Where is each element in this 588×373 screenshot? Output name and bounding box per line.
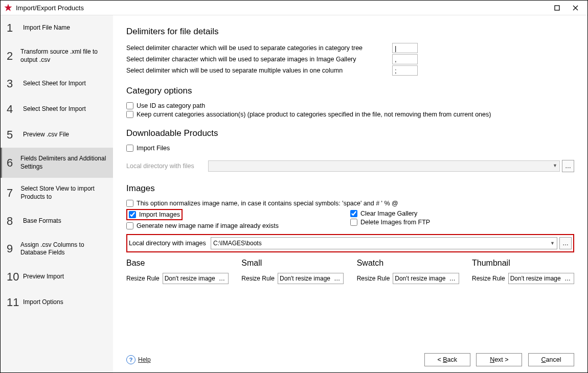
clear-gallery-checkbox[interactable]: [350, 210, 357, 217]
window-title: Import/Export Products: [16, 4, 548, 12]
use-id-checkbox[interactable]: [126, 102, 133, 109]
step-3[interactable]: 3Select Sheet for Import: [1, 71, 113, 97]
local-images-path-input[interactable]: C:\IMAGES\boots▼: [211, 237, 557, 249]
cancel-button[interactable]: Cancel: [528, 353, 574, 366]
maximize-button[interactable]: [548, 1, 566, 15]
thumbnail-title: Thumbnail: [472, 259, 574, 268]
main-panel: Delimiters for file details Select delim…: [113, 15, 587, 372]
row-delim-category: Select delimiter character which will be…: [126, 43, 574, 53]
swatch-title: Swatch: [357, 259, 459, 268]
use-id-label: Use ID as category path: [137, 102, 205, 109]
delim-images-input[interactable]: [392, 54, 418, 64]
svg-rect-0: [555, 6, 559, 10]
local-files-path-input: ▼: [208, 160, 560, 172]
gen-name-checkbox[interactable]: [126, 222, 133, 229]
close-button[interactable]: [566, 1, 584, 15]
clear-gallery-label: Clear Image Gallery: [360, 210, 417, 217]
step-4[interactable]: 4Select Sheet for Import: [1, 97, 113, 122]
normalize-checkbox[interactable]: [126, 200, 133, 207]
step-1[interactable]: 1Import File Name: [1, 15, 113, 41]
delim-multi-label: Select delimiter which will be used to s…: [126, 67, 392, 74]
row-delim-multi: Select delimiter which will be used to s…: [126, 65, 574, 76]
normalize-label: This option normalizes image name, in ca…: [137, 200, 398, 207]
step-8[interactable]: 8Base Formats: [1, 208, 113, 234]
small-title: Small: [241, 259, 344, 268]
image-type-small: Small Resize Rule Don't resize image…: [241, 255, 344, 284]
help-link[interactable]: ? Help: [126, 355, 151, 364]
next-button[interactable]: Next >: [476, 353, 522, 366]
section-download-title: Downloadable Products: [126, 128, 574, 138]
step-9[interactable]: 9Assign .csv Columns to Database Fields: [1, 234, 113, 264]
app-icon: [4, 3, 13, 12]
row-delim-images: Select delimiter character which will be…: [126, 54, 574, 64]
delete-ftp-checkbox[interactable]: [350, 219, 357, 226]
small-resize-combo[interactable]: Don't resize image…: [278, 273, 344, 284]
wizard-steps: 1Import File Name 2Transform source .xml…: [1, 15, 113, 372]
import-images-checkbox[interactable]: [129, 211, 136, 218]
delete-ftp-label: Delete Images from FTP: [360, 219, 430, 226]
local-images-browse-button[interactable]: …: [559, 237, 572, 249]
step-6[interactable]: 6Fields Delimiters and Additional Settin…: [1, 148, 113, 178]
local-files-browse-button[interactable]: …: [562, 160, 574, 172]
thumbnail-resize-combo[interactable]: Don't resize image…: [508, 273, 574, 284]
import-files-label: Import Files: [137, 145, 170, 152]
keep-assoc-checkbox[interactable]: [126, 111, 133, 118]
step-10[interactable]: 10Preview Import: [1, 264, 113, 290]
step-7[interactable]: 7Select Store View to import Products to: [1, 178, 113, 208]
swatch-resize-combo[interactable]: Don't resize image…: [393, 273, 459, 284]
section-images-title: Images: [126, 183, 574, 194]
step-11[interactable]: 11Import Options: [1, 290, 113, 315]
import-files-checkbox[interactable]: [126, 145, 133, 152]
delim-images-label: Select delimiter character which will be…: [126, 56, 392, 63]
section-category-title: Category options: [126, 86, 574, 96]
gen-name-label: Generate new image name if image already…: [137, 222, 279, 229]
image-type-base: Base Resize Rule Don't resize image…: [126, 255, 229, 284]
back-button[interactable]: < Back: [424, 353, 470, 366]
title-bar: Import/Export Products: [1, 1, 587, 15]
keep-assoc-label: Keep current categories association(s) (…: [137, 111, 491, 118]
image-type-thumbnail: Thumbnail Resize Rule Don't resize image…: [472, 255, 574, 284]
step-5[interactable]: 5Preview .csv File: [1, 122, 113, 148]
delim-multi-input[interactable]: [392, 65, 418, 76]
section-delimiters-title: Delimiters for file details: [126, 27, 574, 37]
delim-category-label: Select delimiter character which will be…: [126, 44, 392, 52]
image-type-swatch: Swatch Resize Rule Don't resize image…: [357, 255, 459, 284]
import-images-label: Import Images: [139, 211, 180, 218]
local-files-label: Local directory with files: [126, 162, 208, 170]
delim-category-input[interactable]: [392, 43, 418, 53]
help-icon: ?: [126, 355, 135, 364]
base-title: Base: [126, 259, 229, 268]
step-2[interactable]: 2Transform source .xml file to output .c…: [1, 41, 113, 71]
local-images-label: Local directory with images: [129, 240, 211, 247]
base-resize-combo[interactable]: Don't resize image…: [163, 273, 229, 284]
